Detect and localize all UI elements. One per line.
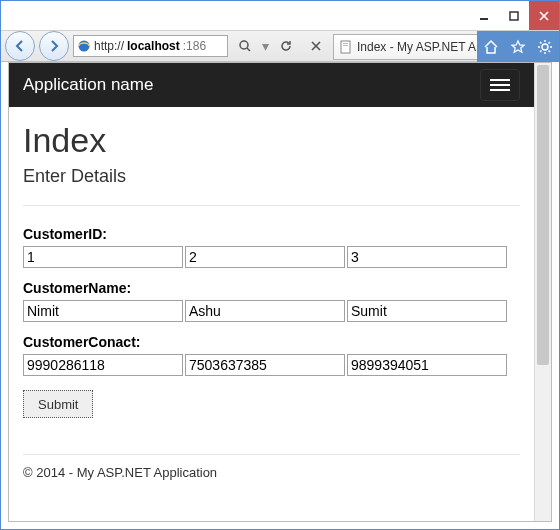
svg-line-19 (540, 50, 542, 52)
page-viewport: Application name Index Enter Details Cus… (8, 62, 552, 522)
customer-contact-input-2[interactable] (347, 354, 507, 376)
toolbar-right (477, 31, 559, 62)
customer-id-input-1[interactable] (185, 246, 345, 268)
customer-contact-label: CustomerConact: (23, 334, 520, 350)
favorites-icon[interactable] (505, 34, 531, 60)
hamburger-icon (490, 89, 510, 91)
customer-contact-row (23, 354, 520, 376)
customer-contact-input-1[interactable] (185, 354, 345, 376)
forward-button[interactable] (39, 31, 69, 61)
divider (23, 205, 520, 206)
customer-name-row (23, 300, 520, 322)
search-icon[interactable] (232, 34, 258, 58)
brand-link[interactable]: Application name (23, 75, 153, 95)
ie-icon (77, 39, 91, 53)
tools-icon[interactable] (532, 34, 558, 60)
page-icon (339, 40, 353, 54)
toolbar-separator: ▾ (262, 38, 269, 54)
submit-button[interactable]: Submit (23, 390, 93, 418)
svg-line-18 (549, 50, 551, 52)
customer-id-input-2[interactable] (347, 246, 507, 268)
svg-line-17 (540, 42, 542, 44)
customer-id-input-0[interactable] (23, 246, 183, 268)
svg-rect-9 (341, 41, 350, 53)
window-maximize-button[interactable] (499, 1, 529, 30)
page-content: Index Enter Details CustomerID: Customer… (9, 107, 534, 490)
customer-id-row (23, 246, 520, 268)
url-rest: :186 (183, 39, 206, 53)
back-button[interactable] (5, 31, 35, 61)
tab-title: Index - My ASP.NET A... (357, 40, 486, 54)
url-host: localhost (127, 39, 180, 53)
window-close-button[interactable] (529, 1, 559, 30)
customer-id-label: CustomerID: (23, 226, 520, 242)
svg-line-20 (549, 42, 551, 44)
svg-line-6 (247, 48, 250, 51)
scrollbar-thumb[interactable] (537, 65, 549, 365)
customer-name-label: CustomerName: (23, 280, 520, 296)
svg-rect-11 (343, 45, 348, 46)
svg-point-12 (542, 44, 548, 50)
customer-name-input-2[interactable] (347, 300, 507, 322)
nav-toggle-button[interactable] (480, 69, 520, 101)
refresh-icon[interactable] (273, 34, 299, 58)
browser-toolbar: http://localhost:186 ▾ Index - My ASP.NE… (1, 31, 559, 62)
hamburger-icon (490, 84, 510, 86)
url-scheme: http:// (94, 39, 124, 53)
svg-point-4 (79, 41, 90, 52)
customer-contact-input-0[interactable] (23, 354, 183, 376)
page-subtitle: Enter Details (23, 166, 520, 187)
app-navbar: Application name (9, 63, 534, 107)
page-title: Index (23, 121, 520, 160)
window-titlebar (1, 1, 559, 31)
svg-point-5 (240, 41, 248, 49)
hamburger-icon (490, 79, 510, 81)
svg-rect-10 (343, 43, 348, 44)
stop-icon[interactable] (303, 34, 329, 58)
svg-rect-1 (510, 12, 518, 20)
customer-name-input-1[interactable] (185, 300, 345, 322)
address-bar[interactable]: http://localhost:186 (73, 35, 228, 57)
page: Application name Index Enter Details Cus… (9, 63, 534, 521)
page-footer: © 2014 - My ASP.NET Application (23, 454, 520, 480)
home-icon[interactable] (478, 34, 504, 60)
window-minimize-button[interactable] (469, 1, 499, 30)
vertical-scrollbar[interactable] (534, 63, 551, 521)
customer-name-input-0[interactable] (23, 300, 183, 322)
